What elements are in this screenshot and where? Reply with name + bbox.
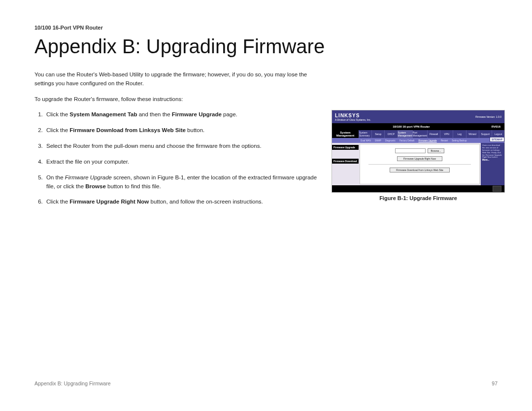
step-2: Click the Firmware Download from Linksys… (44, 126, 320, 135)
step-1: Click the System Management Tab and then… (44, 110, 320, 119)
running-header: 10/100 16-Port VPN Router (34, 25, 498, 31)
firmware-version-label: Firmware Version: 1.0.0 (475, 115, 501, 118)
router-ui-screenshot: LINKSYS A Division of Cisco Systems, Inc… (332, 110, 504, 192)
shot-body: Firmware Upgrade Firmware Download Brows… (332, 143, 504, 185)
step-text: page. (222, 111, 237, 117)
firmware-file-input[interactable] (395, 148, 426, 153)
tab-system-summary[interactable]: System Summary (359, 130, 371, 138)
logo-subtext: A Division of Cisco Systems, Inc. (335, 118, 371, 121)
bold-term: Firmware Download from Linksys Web Site (69, 127, 186, 133)
upgrade-now-button[interactable]: Firmware Upgrade Right Now (397, 156, 442, 161)
page-number: 97 (492, 380, 498, 386)
bold-term: Firmware Upgrade Right Now (69, 199, 149, 205)
tab-system-management[interactable]: System Management (398, 130, 412, 138)
tab-wizard[interactable]: Wizard (466, 130, 479, 138)
step-text: Click the (46, 111, 69, 117)
file-input-row: Browse... (395, 148, 445, 153)
page-footer: Appendix B: Upgrading Firmware 97 (34, 380, 498, 386)
subtab-setting-backup[interactable]: Setting Backup (452, 139, 466, 142)
subtab-restart[interactable]: Restart (441, 139, 448, 142)
step-text: Click the (46, 127, 69, 133)
shot-sidebar: Firmware Upgrade Firmware Download (332, 143, 359, 185)
browse-button[interactable]: Browse... (428, 148, 445, 153)
step-text: On the (46, 174, 65, 180)
step-text: Click the (46, 199, 69, 205)
section-label: System Management (332, 130, 359, 138)
subtab-snmp[interactable]: SNMP (375, 139, 381, 142)
step-3: Select the Router from the pull-down men… (44, 142, 320, 151)
model-bar: 10/100 16-port VPN Router RV016 (332, 123, 504, 130)
footer-section-title: Appendix B: Upgrading Firmware (34, 380, 111, 386)
tab-port-management[interactable]: Port Management (412, 130, 427, 138)
shot-main-panel: Browse... Firmware Upgrade Right Now Fir… (360, 144, 480, 184)
download-from-site-button[interactable]: Firmware Download from Linksys Web Site (390, 168, 450, 172)
step-text: button. (186, 127, 204, 133)
instructions-column: Click the System Management Tab and then… (34, 110, 320, 213)
separator (368, 164, 471, 165)
instruction-list: Click the System Management Tab and then… (34, 110, 320, 206)
step-text: and then the (137, 111, 171, 117)
tab-firewall[interactable]: Firewall (427, 130, 440, 138)
side-label-firmware-upgrade: Firmware Upgrade (332, 145, 359, 150)
intro-paragraph: You can use the Router's Web-based Utili… (34, 70, 320, 88)
step-4: Extract the file on your computer. (44, 158, 320, 167)
tab-log[interactable]: Log (453, 130, 466, 138)
help-text: Users can download the new version of fi… (482, 144, 503, 159)
linksys-logo: LINKSYS A Division of Cisco Systems, Inc… (335, 113, 371, 121)
figure-column: LINKSYS A Division of Cisco Systems, Inc… (332, 110, 504, 201)
model-name: 10/100 16-port VPN Router (336, 125, 487, 128)
help-panel: SITEMAP Users can download the new versi… (481, 143, 504, 185)
page-title: Appendix B: Upgrading Firmware (34, 35, 498, 58)
italic-term: Firmware Upgrade (65, 174, 112, 180)
more-link[interactable]: More... (482, 159, 490, 161)
main-tabs: System Management System Summary Setup D… (332, 130, 504, 138)
tab-dhcp[interactable]: DHCP (384, 130, 397, 138)
bold-term: Firmware Upgrade (172, 111, 222, 117)
step-5: On the Firmware Upgrade screen, shown in… (44, 173, 320, 191)
subtab-firmware-upgrade[interactable]: Firmware Upgrade (418, 139, 436, 142)
figure-b1: LINKSYS A Division of Cisco Systems, Inc… (332, 110, 504, 201)
tab-setup[interactable]: Setup (371, 130, 384, 138)
figure-caption: Figure B-1: Upgrade Firmware (332, 195, 504, 201)
content-columns: Click the System Management Tab and then… (34, 110, 498, 213)
step-6: Click the Firmware Upgrade Right Now but… (44, 198, 320, 206)
subtab-factory-default[interactable]: Factory Default (399, 139, 415, 142)
lead-sentence: To upgrade the Router's firmware, follow… (34, 95, 320, 104)
bold-term: System Management Tab (69, 111, 137, 117)
logo-text: LINKSYS (335, 113, 371, 118)
subtab-diagnostic[interactable]: Diagnostic (385, 139, 396, 142)
step-text: button to find this file. (106, 183, 161, 189)
model-code: RV016 (492, 125, 500, 128)
sub-tabs: Dual WAN SNMP Diagnostic Factory Default… (332, 138, 504, 143)
sitemap-button[interactable]: SITEMAP (490, 137, 504, 142)
cisco-logo-icon (493, 186, 501, 192)
tab-vpn[interactable]: VPN (440, 130, 453, 138)
bold-term: Browse (85, 183, 106, 189)
shot-header: LINKSYS A Division of Cisco Systems, Inc… (332, 110, 504, 123)
shot-footer (332, 185, 504, 192)
subtab-dual-wan[interactable]: Dual WAN (361, 139, 371, 142)
step-text: button, and follow the on-screen instruc… (149, 199, 263, 205)
document-page: 10/100 16-Port VPN Router Appendix B: Up… (0, 0, 532, 411)
side-label-firmware-download: Firmware Download (332, 159, 359, 164)
